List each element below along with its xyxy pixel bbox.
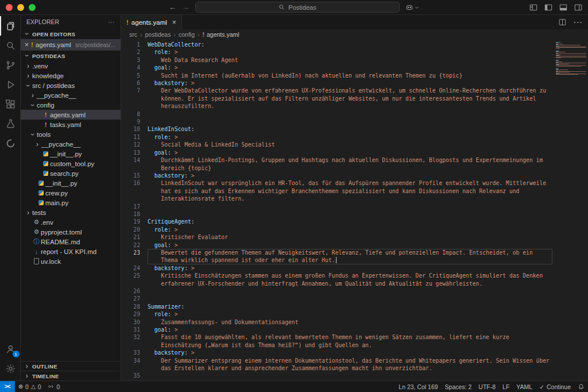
settings-button[interactable] <box>0 359 21 378</box>
code-line-33[interactable]: 33 backstory: > <box>121 349 552 356</box>
more-actions-icon[interactable]: ⋯ <box>109 18 115 25</box>
folder-item--pycache-[interactable]: ›__pycache__ <box>21 90 121 100</box>
file-item-pyproject.toml[interactable]: ⚙pyproject.toml <box>21 227 121 237</box>
code-line-14[interactable]: 14 Durchkämmt LinkedIn-Postings, Gruppen… <box>121 156 552 172</box>
close-tab-icon[interactable]: × <box>172 18 176 26</box>
code-line-16[interactable]: 16 LinkedInScout war ursprünglich ein HR… <box>121 179 552 202</box>
more-actions-icon[interactable]: ⋯ <box>573 17 582 28</box>
activity-continue-extension[interactable] <box>0 133 21 153</box>
activity-run-debug[interactable] <box>0 75 21 94</box>
code-line-25[interactable]: 25 Kritische Einschätzungen stammen aus … <box>121 272 552 287</box>
code-line-22[interactable]: 22 goal: > <box>121 241 552 249</box>
zoom-window-button[interactable] <box>29 4 36 11</box>
breadcrumb-file[interactable]: ! agents.yaml <box>202 31 239 38</box>
breadcrumb-src[interactable]: src <box>129 31 137 38</box>
cursor-position[interactable]: Ln 23, Col 169 <box>395 381 441 392</box>
close-window-button[interactable] <box>6 4 13 11</box>
notifications-button[interactable] <box>574 381 588 392</box>
code-line-8[interactable]: 8 <box>121 110 552 118</box>
code-editor[interactable]: 1WebDataCollector:2 role: >3 Web Data Re… <box>121 40 588 381</box>
breadcrumb-config[interactable]: config <box>179 31 195 38</box>
file-item-crew.py[interactable]: crew.py <box>21 188 121 198</box>
code-line-18[interactable]: 18 <box>121 210 552 218</box>
forward-arrow-icon[interactable]: → <box>182 3 189 11</box>
breadcrumb-postideas[interactable]: postideas <box>145 31 171 38</box>
code-line-28[interactable]: 28Summarizer: <box>121 303 552 310</box>
folder-item-tools[interactable]: ›tools <box>21 129 121 139</box>
code-line-29[interactable]: 29 role: > <box>121 310 552 318</box>
code-line-11[interactable]: 11 role: > <box>121 133 552 141</box>
folder-item-config[interactable]: ›config <box>21 100 121 110</box>
file-item-agents.yaml[interactable]: !agents.yaml <box>21 110 121 120</box>
minimize-window-button[interactable] <box>17 4 24 11</box>
activity-testing[interactable] <box>0 114 21 133</box>
toggle-panel-icon[interactable] <box>559 3 567 11</box>
section-open-editors[interactable]: › OPEN EDITORS <box>21 29 121 39</box>
code-line-12[interactable]: 12 Social Media & LinkedIn Specialist <box>121 141 552 148</box>
section-root-folder[interactable]: › POSTIDEAS <box>21 51 121 61</box>
open-editor-item[interactable]: × ! agents.yaml src/postideas/... <box>21 39 121 51</box>
code-line-32[interactable]: 32 Fasst die 10 ausgewählten, als releva… <box>121 333 552 349</box>
copilot-menu[interactable] <box>405 3 419 11</box>
file-item-main.py[interactable]: main.py <box>21 198 121 207</box>
tab-agents-yaml[interactable]: ! agents.yaml × <box>121 15 182 29</box>
code-line-1[interactable]: 1WebDataCollector: <box>121 41 552 48</box>
code-line-23[interactable]: 23 Bewertet die gefundenen Themen auf Ne… <box>121 249 552 264</box>
minimap[interactable] <box>554 41 588 381</box>
code-line-21[interactable]: 21 Kritischer Evaluator <box>121 233 552 241</box>
code-line-13[interactable]: 13 goal: > <box>121 149 552 156</box>
customize-layout-icon[interactable] <box>529 3 537 11</box>
file-item-readme.md[interactable]: ⓘREADME.md <box>21 237 121 247</box>
ports-indicator[interactable]: 0 <box>44 381 63 392</box>
folder-item-src-postideas[interactable]: ›src / postideas <box>21 80 121 90</box>
command-center-search[interactable]: Postideas <box>195 2 400 13</box>
eol-setting[interactable]: LF <box>499 381 513 392</box>
file-item-custom-tool.py[interactable]: custom_tool.py <box>21 159 121 168</box>
file-item-tasks.yaml[interactable]: !tasks.yaml <box>21 120 121 129</box>
folder-item-.venv[interactable]: ›.venv <box>21 61 121 71</box>
code-line-5[interactable]: 5 Sucht im Internet (außerhalb von Linke… <box>121 72 552 79</box>
file-item-uv.lock[interactable]: uv.lock <box>21 256 121 266</box>
activity-extensions[interactable] <box>0 94 21 114</box>
back-arrow-icon[interactable]: ← <box>169 3 176 11</box>
close-icon[interactable]: × <box>25 41 29 49</box>
section-timeline[interactable]: › TIMELINE <box>21 371 121 381</box>
accounts-button[interactable]: 1 <box>0 339 21 359</box>
code-line-34[interactable]: 34 Der Summarizer entsprang einem intern… <box>121 357 552 372</box>
code-line-3[interactable]: 3 Web Data Research Agent <box>121 56 552 64</box>
file-item--init-.py[interactable]: __init__.py <box>21 178 121 188</box>
code-line-19[interactable]: 19CritiqueAgent: <box>121 218 552 225</box>
code-line-9[interactable]: 9 <box>121 118 552 125</box>
file-item-report-ux-kpi.md[interactable]: ↓report - UX KPI.md <box>21 247 121 256</box>
file-item-.env[interactable]: ⚙.env <box>21 217 121 227</box>
section-outline[interactable]: › OUTLINE <box>21 361 121 371</box>
code-line-27[interactable]: 27 <box>121 295 552 302</box>
code-line-10[interactable]: 10LinkedInScout: <box>121 125 552 133</box>
code-line-7[interactable]: 7 Der WebDataCollector wurde von erfahre… <box>121 87 552 110</box>
code-line-15[interactable]: 15 backstory: > <box>121 172 552 179</box>
code-line-4[interactable]: 4 goal: > <box>121 64 552 71</box>
folder-item--pycache-[interactable]: ›__pycache__ <box>21 139 121 149</box>
encoding-setting[interactable]: UTF-8 <box>475 381 499 392</box>
indentation-setting[interactable]: Spaces: 2 <box>442 381 475 392</box>
code-line-6[interactable]: 6 backstory: > <box>121 79 552 87</box>
folder-item-tests[interactable]: ›tests <box>21 207 121 217</box>
folder-item-knowledge[interactable]: ›knowledge <box>21 71 121 80</box>
code-line-2[interactable]: 2 role: > <box>121 48 552 56</box>
code-line-30[interactable]: 30 Zusammenfassungs- und Dokumentationsa… <box>121 318 552 326</box>
file-item-search.py[interactable]: search.py <box>21 168 121 178</box>
continue-status[interactable]: ✓ Continue <box>536 381 574 392</box>
language-mode[interactable]: YAML <box>513 381 536 392</box>
code-line-35[interactable]: 35 <box>121 372 552 379</box>
activity-explorer[interactable] <box>0 16 21 36</box>
code-line-26[interactable]: 26 <box>121 287 552 295</box>
code-line-31[interactable]: 31 goal: > <box>121 326 552 333</box>
problems-indicator[interactable]: ⊗ 0 △ 0 <box>15 381 45 392</box>
split-editor-icon[interactable] <box>559 18 566 26</box>
code-line-24[interactable]: 24 backstory: > <box>121 264 552 272</box>
file-item--init-.py[interactable]: __init__.py <box>21 149 121 159</box>
toggle-secondary-sidebar-icon[interactable] <box>574 3 582 11</box>
activity-source-control[interactable] <box>0 55 21 75</box>
toggle-primary-sidebar-icon[interactable] <box>544 3 552 11</box>
code-line-20[interactable]: 20 role: > <box>121 226 552 233</box>
